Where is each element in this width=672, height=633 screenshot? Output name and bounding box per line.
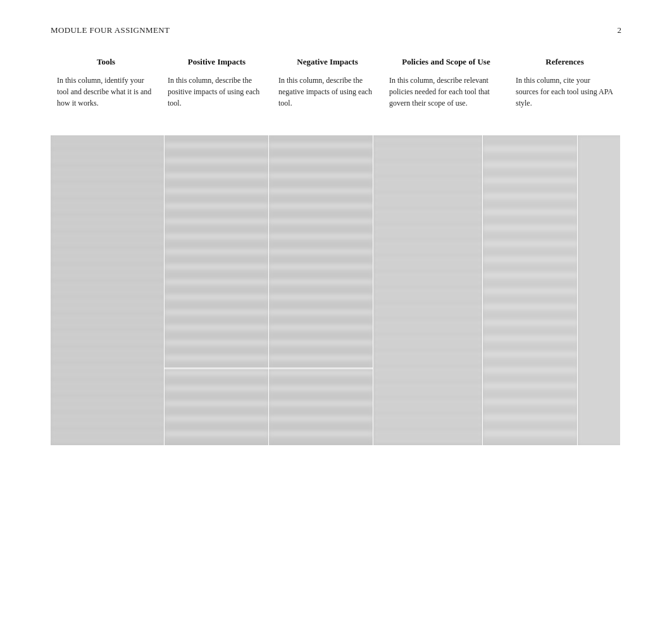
blur-col-6	[578, 135, 620, 445]
page: MODULE FOUR ASSIGNMENT 2 Tools Positive …	[0, 0, 672, 633]
col-desc-references: In this column, cite your sources for ea…	[509, 73, 620, 110]
col-desc-policies: In this column, describe relevant polici…	[383, 73, 509, 110]
col-header-references: References	[509, 54, 620, 70]
blur-col-3	[269, 135, 373, 445]
col-header-tools: Tools	[51, 54, 161, 70]
blurred-table-content	[51, 135, 620, 445]
page-header: MODULE FOUR ASSIGNMENT 2	[51, 25, 621, 35]
col-desc-positive: In this column, describe the positive im…	[161, 73, 272, 110]
col-header-positive: Positive Impacts	[161, 54, 272, 70]
blur-col-5	[483, 135, 578, 445]
table-header-row: Tools Positive Impacts Negative Impacts …	[51, 54, 621, 70]
table-section: Tools Positive Impacts Negative Impacts …	[51, 54, 621, 110]
page-number: 2	[618, 25, 622, 35]
col-header-policies: Policies and Scope of Use	[383, 54, 509, 70]
col-desc-negative: In this column, describe the negative im…	[272, 73, 383, 110]
page-title: MODULE FOUR ASSIGNMENT	[51, 25, 170, 35]
blur-col-2	[165, 135, 269, 445]
blur-col-4	[373, 135, 483, 445]
blur-col-1	[51, 135, 165, 445]
col-header-negative: Negative Impacts	[272, 54, 383, 70]
col-desc-tools: In this column, identify your tool and d…	[51, 73, 161, 110]
table-desc-row: In this column, identify your tool and d…	[51, 73, 621, 110]
